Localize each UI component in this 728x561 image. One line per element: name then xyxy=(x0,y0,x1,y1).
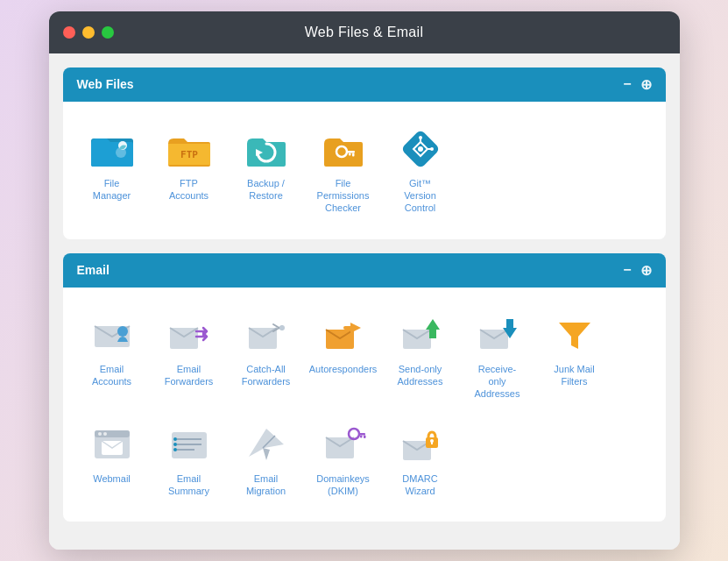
svg-point-26 xyxy=(98,432,102,436)
junk-mail-filters-item[interactable]: Junk MailFilters xyxy=(540,305,610,408)
file-manager-icon xyxy=(89,126,135,172)
sendonly-addresses-icon xyxy=(398,312,443,358)
email-section: Email − ⊕ xyxy=(63,253,666,522)
svg-point-17 xyxy=(117,326,128,337)
svg-point-16 xyxy=(430,147,434,151)
titlebar: Web Files & Email xyxy=(49,11,680,53)
svg-rect-10 xyxy=(349,153,351,155)
svg-point-12 xyxy=(418,146,423,152)
main-window: Web Files & Email Web Files − ⊕ xyxy=(49,11,680,550)
domainkeys-dkim-label: Domainkeys(DKIM) xyxy=(316,472,370,498)
junk-mail-filters-icon xyxy=(552,312,597,358)
webmail-icon xyxy=(89,422,135,467)
expand-icon[interactable]: ⊕ xyxy=(640,76,652,93)
svg-rect-9 xyxy=(352,153,355,156)
ftp-accounts-icon: FTP xyxy=(166,126,212,172)
webmail-label: Webmail xyxy=(93,472,131,485)
minimize-icon[interactable]: − xyxy=(623,76,631,92)
junk-mail-filters-label: Junk MailFilters xyxy=(554,363,594,388)
email-grid: EmailAccounts EmailForwarders xyxy=(63,288,666,522)
ftp-accounts-label: FTPAccounts xyxy=(169,177,209,202)
email-title: Email xyxy=(77,263,110,277)
file-manager-item[interactable]: FileManager xyxy=(77,119,147,222)
svg-point-27 xyxy=(103,432,107,436)
ftp-accounts-item[interactable]: FTP FTPAccounts xyxy=(154,119,224,222)
window-title: Web Files & Email xyxy=(305,25,424,40)
svg-rect-45 xyxy=(431,441,433,444)
backup-restore-label: Backup /Restore xyxy=(247,177,285,202)
webfiles-section: Web Files − ⊕ xyxy=(63,67,666,239)
backup-restore-icon xyxy=(244,126,289,172)
backup-restore-item[interactable]: Backup /Restore xyxy=(231,119,301,222)
domainkeys-dkim-icon xyxy=(321,422,366,467)
webmail-item[interactable]: Webmail xyxy=(77,415,147,505)
svg-point-35 xyxy=(173,448,177,451)
email-actions: − ⊕ xyxy=(623,262,651,279)
svg-point-18 xyxy=(279,325,285,330)
git-version-label: Git™VersionControl xyxy=(404,177,436,215)
receiveonly-addresses-label: Receive-onlyAddresses xyxy=(475,363,520,401)
webfiles-actions: − ⊕ xyxy=(623,76,651,93)
svg-rect-40 xyxy=(358,433,365,436)
email-forwarders-label: EmailForwarders xyxy=(165,363,214,388)
dmarc-wizard-label: DMARCWizard xyxy=(402,472,437,498)
sendonly-addresses-label: Send-onlyAddresses xyxy=(398,363,443,388)
receiveonly-addresses-item[interactable]: Receive-onlyAddresses xyxy=(463,305,533,408)
email-forwarders-item[interactable]: EmailForwarders xyxy=(154,305,224,408)
domainkeys-dkim-item[interactable]: Domainkeys(DKIM) xyxy=(308,415,378,505)
webfiles-grid: FileManager FTP FTPAccounts xyxy=(63,102,666,239)
window-controls xyxy=(63,26,114,39)
sendonly-addresses-item[interactable]: Send-onlyAddresses xyxy=(385,305,456,408)
webfiles-header: Web Files − ⊕ xyxy=(63,67,666,102)
git-version-item[interactable]: Git™VersionControl xyxy=(385,119,456,222)
close-button[interactable] xyxy=(63,26,75,39)
svg-marker-37 xyxy=(263,448,270,460)
git-version-icon xyxy=(398,126,443,172)
email-accounts-label: EmailAccounts xyxy=(92,363,131,388)
email-forwarders-icon xyxy=(166,312,212,358)
webfiles-title: Web Files xyxy=(77,77,134,91)
email-accounts-item[interactable]: EmailAccounts xyxy=(77,305,147,408)
svg-rect-20 xyxy=(343,326,352,330)
svg-marker-23 xyxy=(559,323,590,349)
dmarc-wizard-icon xyxy=(398,422,443,467)
svg-rect-42 xyxy=(360,435,363,437)
svg-point-14 xyxy=(419,136,422,139)
receiveonly-addresses-icon xyxy=(475,312,520,358)
email-migration-label: EmailMigration xyxy=(246,472,286,498)
minimize-button[interactable] xyxy=(82,26,95,39)
dmarc-wizard-item[interactable]: DMARCWizard xyxy=(385,415,456,505)
email-migration-icon xyxy=(244,422,289,467)
content-area: Web Files − ⊕ xyxy=(49,53,680,550)
file-manager-label: FileManager xyxy=(93,177,131,202)
maximize-button[interactable] xyxy=(102,26,114,39)
email-expand-icon[interactable]: ⊕ xyxy=(640,262,652,279)
catchall-forwarders-icon xyxy=(244,312,289,358)
file-permissions-label: FilePermissionsChecker xyxy=(317,177,370,215)
email-migration-item[interactable]: EmailMigration xyxy=(231,415,301,505)
email-minimize-icon[interactable]: − xyxy=(623,262,631,278)
autoresponders-label: Autoresponders xyxy=(309,363,378,375)
email-header: Email − ⊕ xyxy=(63,253,666,288)
autoresponders-item[interactable]: Autoresponders xyxy=(308,305,378,408)
email-summary-icon xyxy=(166,422,212,467)
svg-rect-8 xyxy=(346,151,355,153)
catchall-forwarders-label: Catch-AllForwarders xyxy=(242,363,291,388)
catchall-forwarders-item[interactable]: Catch-AllForwarders xyxy=(231,305,301,408)
svg-point-33 xyxy=(173,437,177,441)
svg-rect-41 xyxy=(364,435,366,438)
file-permissions-item[interactable]: FilePermissionsChecker xyxy=(308,119,378,222)
email-summary-label: EmailSummary xyxy=(168,472,209,498)
email-summary-item[interactable]: EmailSummary xyxy=(154,415,224,505)
autoresponders-icon xyxy=(321,312,366,358)
svg-point-34 xyxy=(173,443,177,446)
email-accounts-icon xyxy=(89,312,135,358)
file-permissions-icon xyxy=(321,126,366,172)
svg-text:FTP: FTP xyxy=(180,149,198,160)
